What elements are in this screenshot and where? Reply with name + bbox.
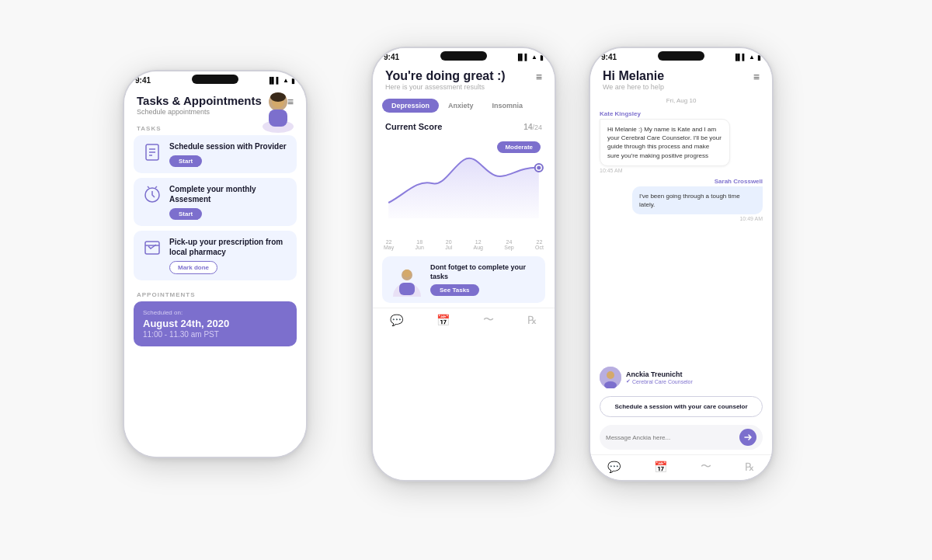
menu-icon-3[interactable]: ≡ — [753, 71, 760, 83]
menu-icon-2[interactable]: ≡ — [536, 71, 542, 83]
status-icons-1: ▐▌▌ ▲ ▮ — [267, 77, 295, 85]
status-time-1: 9:41 — [135, 76, 151, 85]
chart-col-1: 22 May — [384, 239, 394, 250]
chat-input[interactable] — [606, 434, 735, 441]
chat-sub: We are here to help — [603, 83, 664, 91]
task-card-2: Complete your monthly Assesment Start — [134, 178, 297, 226]
nav-chat-icon-3[interactable]: 💬 — [607, 461, 621, 473]
assessment-title: You're doing great :) — [385, 69, 506, 83]
task-icon-2 — [141, 184, 163, 206]
page-title-1: Tasks & Appointments — [137, 94, 262, 107]
svg-point-21 — [607, 371, 614, 379]
chat-date: Fri, Aug 10 — [590, 94, 772, 110]
appt-scheduled-label: Scheduled on: — [143, 309, 287, 316]
chat-messages: Kate Kingsley Hi Melanie :) My name is K… — [590, 110, 772, 363]
reminder-card: Dont fotget to complete your tasks See T… — [382, 256, 545, 303]
task-icon-3 — [141, 237, 163, 259]
task-icon-1 — [141, 141, 163, 163]
bottom-nav-2: 💬 📅 〜 ℞ — [373, 308, 555, 333]
svg-rect-18 — [399, 283, 415, 295]
task-card-3: Pick-up your prescription from local pha… — [134, 231, 297, 280]
chat-input-row — [600, 425, 763, 450]
nav-activity-icon-2[interactable]: 〜 — [483, 313, 494, 327]
wifi-icon: ▲ — [283, 77, 289, 84]
status-bar-1: 9:41 ▐▌▌ ▲ ▮ — [124, 71, 306, 86]
notch-1 — [192, 75, 238, 84]
score-row: Current Score 14/24 — [373, 117, 555, 134]
see-tasks-btn[interactable]: See Tasks — [430, 284, 479, 296]
svg-rect-2 — [269, 110, 287, 127]
reminder-title: Dont fotget to complete your tasks — [430, 263, 537, 281]
schedule-session-btn[interactable]: Schedule a session with your care counse… — [600, 396, 763, 417]
assessment-chart: Moderate — [381, 137, 547, 238]
status-time-2: 9:41 — [384, 53, 399, 61]
chart-col-4: 12 Aug — [473, 239, 482, 250]
tab-insomnia[interactable]: Insomnia — [483, 99, 533, 113]
assessment-subtitle: Here is your assessment results — [385, 83, 506, 91]
svg-line-10 — [148, 186, 149, 188]
screen-chat: Hi Melanie We are here to help ≡ Fri, Au… — [590, 63, 772, 480]
counselor-role: ✔ Cerebral Care Counselor — [626, 378, 693, 384]
notch-2 — [440, 51, 487, 61]
signal-icon-2: ▐▌▌ — [516, 54, 529, 61]
screen-tasks: Tasks & Appointments Schedule appointmen… — [124, 86, 306, 457]
chat-greeting: Hi Melanie — [603, 69, 664, 83]
task-mark-btn-3[interactable]: Mark done — [169, 261, 217, 274]
signal-icon-3: ▐▌▌ — [733, 54, 746, 61]
chat-time-1: 10:45 AM — [600, 168, 763, 173]
chat-time-2: 10:49 AM — [739, 216, 763, 221]
chart-col-3: 20 Jul — [445, 239, 452, 250]
task-content-3: Pick-up your prescription from local pha… — [169, 237, 289, 274]
task-title-3: Pick-up your prescription from local pha… — [169, 237, 289, 257]
screen-assessment: You're doing great :) Here is your asses… — [373, 63, 555, 480]
tab-anxiety[interactable]: Anxiety — [439, 99, 483, 113]
bubble-2: I've been going through a tough time lat… — [632, 186, 763, 214]
nav-prescription-icon-2[interactable]: ℞ — [527, 314, 537, 326]
task-start-btn-1[interactable]: Start — [169, 155, 202, 167]
sender-name-1: Kate Kingsley — [600, 110, 763, 117]
chat-header: Hi Melanie We are here to help ≡ — [590, 63, 772, 94]
tab-depression[interactable]: Depression — [382, 99, 439, 113]
reminder-text: Dont fotget to complete your tasks See T… — [430, 263, 537, 296]
nav-calendar-icon-2[interactable]: 📅 — [436, 314, 450, 326]
svg-point-4 — [270, 92, 286, 102]
svg-point-19 — [403, 270, 411, 277]
task-start-btn-2[interactable]: Start — [169, 208, 202, 220]
bottom-nav-3: 💬 📅 〜 ℞ — [590, 454, 772, 480]
notch-3 — [658, 51, 704, 61]
sender-name-2: Sarah Crosswell — [715, 178, 763, 185]
assessment-header-text: You're doing great :) Here is your asses… — [385, 69, 506, 91]
chart-col-5: 24 Sep — [504, 239, 513, 250]
nav-prescription-icon-3[interactable]: ℞ — [745, 461, 755, 473]
assessment-tabs: Depression Anxiety Insomnia — [382, 99, 545, 113]
chart-col-6: 22 Oct — [535, 239, 544, 250]
task-card-1: Schedule session with Provider Start — [134, 135, 297, 173]
appt-card: Scheduled on: August 24th, 2020 11:00 - … — [134, 301, 297, 346]
tasks-header: Tasks & Appointments Schedule appointmen… — [124, 86, 306, 119]
signal-icon: ▐▌▌ — [267, 77, 280, 84]
score-value: 14/24 — [523, 120, 542, 132]
task-content-2: Complete your monthly Assesment Start — [169, 184, 289, 220]
nav-calendar-icon-3[interactable]: 📅 — [654, 461, 667, 473]
appt-section-label: APPOINTMENTS — [124, 285, 306, 301]
wifi-icon-2: ▲ — [531, 54, 537, 61]
header-text-1: Tasks & Appointments Schedule appointmen… — [137, 94, 262, 116]
task-title-2: Complete your monthly Assesment — [169, 184, 289, 204]
counselor-avatar — [600, 367, 621, 388]
chat-header-text: Hi Melanie We are here to help — [603, 69, 664, 91]
phone-chat: 9:41 ▐▌▌ ▲ ▮ Hi Melanie We are here to h… — [589, 47, 774, 482]
phone-tasks: 9:41 ▐▌▌ ▲ ▮ Tasks & Appointments Schedu… — [123, 70, 308, 458]
svg-point-15 — [537, 166, 541, 170]
status-bar-2: 9:41 ▐▌▌ ▲ ▮ — [373, 48, 555, 63]
score-label: Current Score — [385, 122, 442, 131]
status-icons-3: ▐▌▌ ▲ ▮ — [733, 54, 761, 61]
svg-line-11 — [155, 186, 157, 188]
status-icons-2: ▐▌▌ ▲ ▮ — [516, 54, 544, 61]
status-time-3: 9:41 — [601, 53, 617, 61]
moderate-badge: Moderate — [497, 141, 541, 153]
appt-date: August 24th, 2020 — [143, 318, 287, 329]
nav-chat-icon-2[interactable]: 💬 — [390, 314, 403, 326]
nav-activity-icon-3[interactable]: 〜 — [701, 460, 711, 474]
counselor-row: Anckia Treunicht ✔ Cerebral Care Counsel… — [600, 367, 763, 388]
send-button[interactable] — [739, 429, 756, 446]
